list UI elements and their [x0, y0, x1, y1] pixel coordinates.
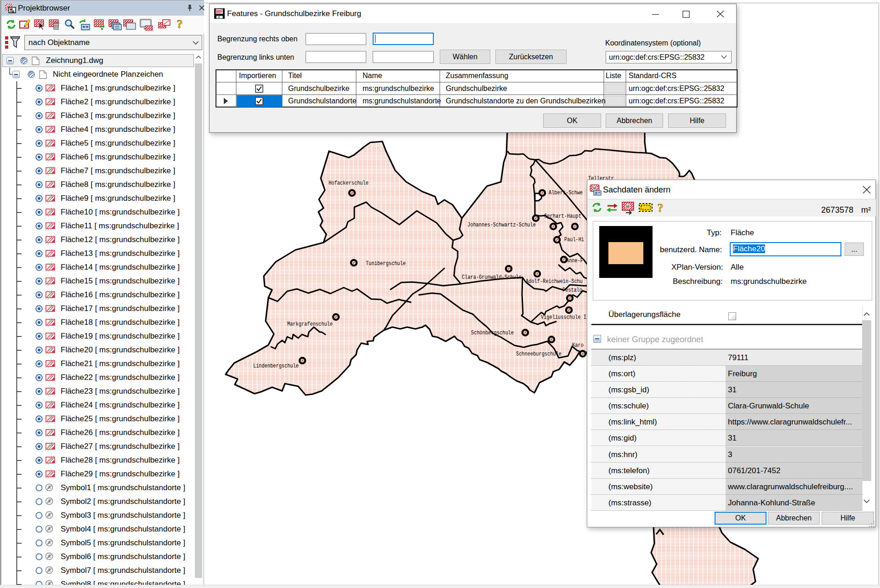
svg-text:Schneeburgschule: Schneeburgschule [516, 351, 562, 357]
svg-text:Johannes-Schwartz-Schule: Johannes-Schwartz-Schule [467, 221, 536, 228]
svg-text:Hofackerschule: Hofackerschule [329, 180, 369, 187]
svg-text:Pestalo: Pestalo [562, 287, 582, 294]
svg-text:?: ? [658, 201, 664, 215]
svg-text:M: M [593, 187, 596, 190]
svg-text:Paul-Hi: Paul-Hi [564, 236, 584, 243]
svg-text:Anne-F: Anne-F [566, 257, 583, 264]
svg-text:?: ? [177, 17, 183, 31]
svg-text:WF: WF [216, 9, 223, 14]
svg-text:M: M [626, 205, 629, 208]
svg-text:Lindenbergschule: Lindenbergschule [253, 362, 299, 369]
svg-text:Markgrafenschule: Markgrafenschule [287, 321, 333, 328]
svg-text:Tunibergschule: Tunibergschule [366, 260, 406, 267]
svg-text:Vigeliusschule I: Vigeliusschule I [541, 314, 586, 321]
svg-text:Clara-Grunwald-Schule: Clara-Grunwald-Schule [462, 274, 522, 281]
svg-text:Schönbergschule: Schönbergschule [471, 329, 514, 336]
svg-text:Albert-Schwe: Albert-Schwe [549, 189, 583, 196]
svg-text:Karo: Karo [572, 342, 584, 349]
svg-text:Gerhart-Haupt: Gerhart-Haupt [544, 213, 581, 220]
svg-text:Adolf-Reichwein-Schu: Adolf-Reichwein-Schu [526, 278, 583, 285]
